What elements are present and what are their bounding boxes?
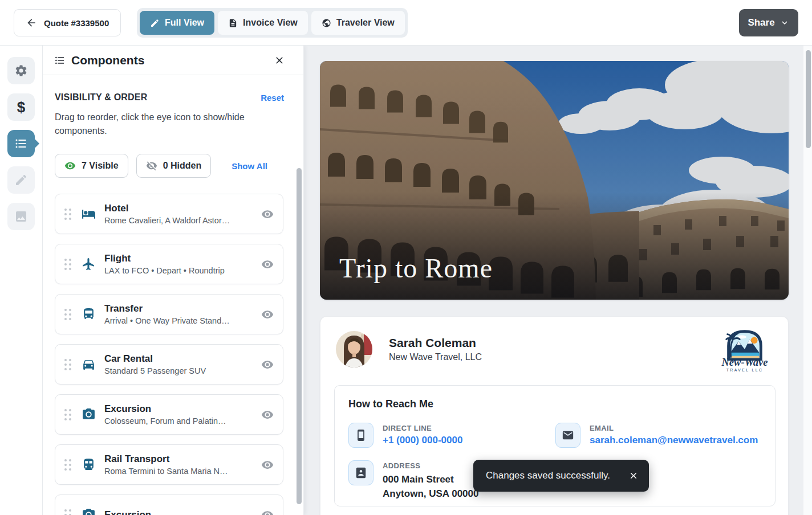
drag-handle-icon[interactable] — [62, 507, 74, 515]
back-arrow-icon — [26, 17, 37, 28]
sidebar-item-media[interactable] — [7, 203, 35, 230]
back-to-quote-button[interactable]: Quote #3339500 — [14, 9, 121, 36]
list-icon — [54, 55, 66, 66]
tab-invoice-view[interactable]: Invoice View — [218, 11, 308, 35]
eye-icon[interactable] — [261, 509, 274, 515]
phone-icon — [348, 423, 373, 448]
left-icon-rail: $ — [0, 46, 43, 515]
address-line2: Anytown, USA 00000 — [383, 487, 478, 501]
contact-title: How to Reach Me — [348, 398, 761, 410]
visibility-order-heading: VISIBILITY & ORDER — [55, 92, 147, 103]
document-icon — [228, 18, 238, 28]
component-title: Excursion — [104, 403, 261, 415]
email-value[interactable]: sarah.coleman@newwavetravel.com — [590, 435, 758, 446]
contact-card-icon — [348, 460, 373, 485]
eye-icon[interactable] — [261, 208, 274, 220]
avatar — [336, 331, 372, 367]
sidebar-item-pricing[interactable]: $ — [7, 93, 35, 121]
eye-icon[interactable] — [261, 408, 274, 421]
eye-icon[interactable] — [261, 459, 274, 471]
dollar-icon: $ — [17, 100, 25, 115]
show-all-link[interactable]: Show All — [232, 161, 267, 171]
car-icon — [82, 357, 96, 371]
bus-icon — [82, 307, 96, 321]
sidebar-item-components[interactable] — [7, 130, 35, 157]
hero-image: Trip to Rome — [320, 61, 789, 300]
component-card: Rail TransportRoma Termini to Santa Mari… — [55, 444, 283, 485]
component-card: FlightLAX to FCO • Depart • Roundtrip — [55, 244, 283, 284]
svg-text:New-Wave: New-Wave — [721, 356, 768, 368]
visibility-description: Drag to reorder, click the eye icon to s… — [55, 111, 277, 138]
camera-icon — [82, 508, 96, 515]
component-title: Rail Transport — [104, 453, 261, 465]
top-bar: Quote #3339500 Full View Invoice View Tr… — [0, 0, 812, 46]
address-line1: 000 Main Street — [383, 472, 478, 487]
hidden-count-button[interactable]: 0 Hidden — [136, 154, 212, 178]
panel-scrollbar[interactable] — [297, 75, 302, 515]
agent-name: Sarah Coleman — [389, 336, 482, 350]
page-scrollbar[interactable] — [803, 46, 812, 515]
mail-icon — [555, 423, 580, 448]
share-label: Share — [748, 17, 774, 28]
component-card: HotelRome Cavalieri, A Waldorf Astor… — [55, 194, 283, 234]
component-title: Hotel — [104, 202, 261, 215]
toast-message: Changes saved successfully. — [486, 470, 620, 481]
bed-icon — [82, 207, 96, 221]
drag-handle-icon[interactable] — [62, 407, 74, 423]
visible-count-button[interactable]: 7 Visible — [55, 154, 128, 178]
components-panel-header: Components — [43, 46, 303, 75]
eye-icon[interactable] — [261, 308, 274, 321]
reset-link[interactable]: Reset — [261, 93, 284, 103]
plane-icon — [82, 257, 96, 271]
chevron-down-icon — [779, 18, 790, 28]
component-card: Car RentalStandard 5 Passenger SUV — [55, 344, 283, 385]
component-subtitle: Standard 5 Passenger SUV — [104, 365, 261, 377]
hidden-count-label: 0 Hidden — [163, 161, 202, 171]
drag-handle-icon[interactable] — [62, 457, 74, 473]
image-icon — [14, 210, 28, 223]
quote-preview: Trip to Rome Sarah Coleman New Wave Trav… — [304, 46, 803, 515]
direct-line-label: DIRECT LINE — [383, 423, 462, 432]
visible-count-label: 7 Visible — [82, 161, 119, 171]
globe-icon — [322, 18, 331, 28]
toast-notification: Changes saved successfully. — [473, 460, 649, 492]
direct-line-value[interactable]: +1 (000) 000-0000 — [383, 435, 462, 446]
train-icon — [82, 457, 96, 472]
drag-handle-icon[interactable] — [62, 357, 74, 373]
pencil-icon — [150, 18, 160, 28]
trip-title: Trip to Rome — [339, 252, 493, 284]
components-panel: Components VISIBILITY & ORDER Reset Drag… — [43, 46, 304, 515]
component-subtitle: Arrival • One Way Private Stand… — [104, 315, 261, 326]
component-subtitle: Roma Termini to Santa Maria N… — [104, 465, 261, 477]
sidebar-item-edit[interactable] — [7, 166, 35, 194]
camera-icon — [82, 407, 96, 422]
component-list: HotelRome Cavalieri, A Waldorf Astor…Fli… — [55, 194, 284, 515]
close-icon[interactable] — [274, 55, 285, 66]
drag-handle-icon[interactable] — [62, 256, 74, 272]
agent-company: New Wave Travel, LLC — [389, 352, 482, 362]
eye-off-icon — [146, 160, 157, 171]
panel-title: Components — [71, 54, 268, 67]
eye-icon[interactable] — [261, 358, 274, 371]
component-title: Transfer — [104, 303, 261, 315]
component-subtitle: Rome Cavalieri, A Waldorf Astor… — [104, 215, 261, 226]
tab-full-view[interactable]: Full View — [140, 11, 214, 35]
component-card: ExcursionColosseum, Forum and Palatin… — [55, 394, 283, 435]
close-icon[interactable] — [628, 471, 639, 481]
drag-handle-icon[interactable] — [62, 306, 74, 322]
address-label: ADDRESS — [383, 460, 478, 470]
email-label: EMAIL — [590, 423, 758, 432]
component-title: Flight — [104, 252, 261, 265]
share-button[interactable]: Share — [739, 9, 798, 36]
drag-handle-icon[interactable] — [62, 206, 74, 222]
tab-label: Full View — [165, 18, 204, 28]
eye-icon — [64, 160, 76, 171]
component-title: Car Rental — [104, 353, 261, 365]
eye-icon[interactable] — [261, 258, 274, 271]
gear-icon — [14, 64, 28, 77]
component-card: Excursion — [55, 494, 283, 515]
svg-text:TRAVEL LLC: TRAVEL LLC — [726, 368, 764, 372]
tab-traveler-view[interactable]: Traveler View — [311, 11, 405, 35]
sidebar-item-settings[interactable] — [7, 57, 35, 84]
component-subtitle: LAX to FCO • Depart • Roundtrip — [104, 265, 261, 276]
